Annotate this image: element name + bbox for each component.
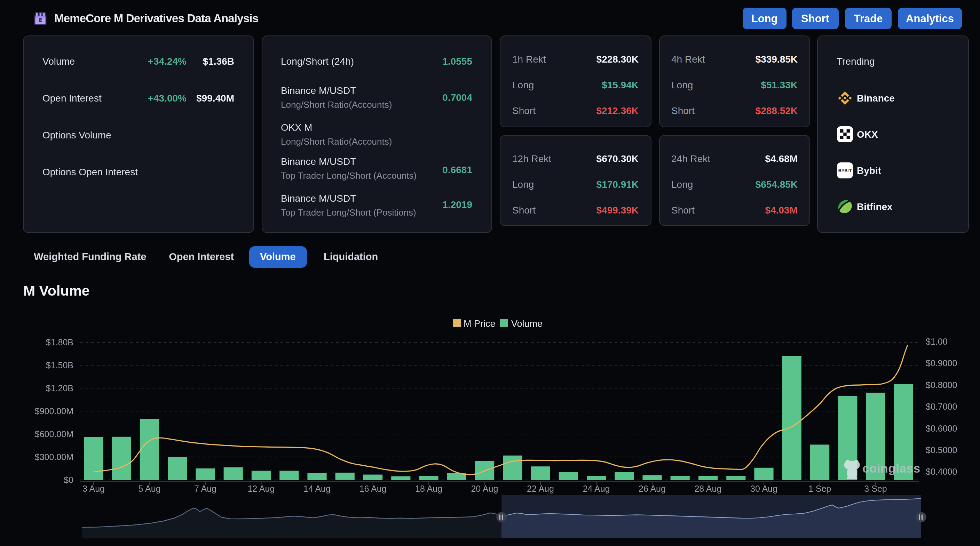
svg-text:24 Aug: 24 Aug — [583, 484, 610, 494]
svg-text:Volume: Volume — [511, 319, 542, 329]
svg-text:$0.9000: $0.9000 — [926, 358, 957, 368]
svg-text:$300.00M: $300.00M — [35, 452, 73, 462]
svg-text:26 Aug: 26 Aug — [639, 484, 666, 494]
svg-text:$1.20B: $1.20B — [46, 383, 73, 393]
svg-text:3 Sep: 3 Sep — [864, 484, 887, 494]
svg-text:30 Aug: 30 Aug — [750, 484, 778, 494]
svg-text:5 Aug: 5 Aug — [138, 484, 161, 494]
svg-text:$1.80B: $1.80B — [46, 337, 73, 347]
svg-text:$600.00M: $600.00M — [35, 429, 73, 439]
svg-text:$0.4000: $0.4000 — [926, 467, 957, 476]
svg-text:7 Aug: 7 Aug — [194, 484, 216, 494]
svg-text:16 Aug: 16 Aug — [360, 484, 387, 494]
svg-text:$900.00M: $900.00M — [35, 406, 73, 416]
svg-text:BYBIT: BYBIT — [838, 168, 852, 173]
svg-text:$0.5000: $0.5000 — [926, 445, 957, 455]
svg-text:14 Aug: 14 Aug — [304, 484, 331, 494]
svg-text:22 Aug: 22 Aug — [527, 484, 554, 494]
svg-text:$1.50B: $1.50B — [46, 360, 73, 370]
svg-text:$1.00: $1.00 — [926, 336, 948, 346]
svg-text:20 Aug: 20 Aug — [471, 484, 498, 494]
svg-text:$0.7000: $0.7000 — [926, 402, 957, 411]
svg-text:1 Sep: 1 Sep — [808, 484, 831, 494]
svg-text:12 Aug: 12 Aug — [247, 484, 275, 494]
svg-text:$0.8000: $0.8000 — [926, 380, 957, 390]
svg-text:18 Aug: 18 Aug — [415, 484, 442, 494]
svg-text:28 Aug: 28 Aug — [694, 484, 721, 494]
svg-text:coinglass: coinglass — [862, 462, 921, 475]
svg-text:3 Aug: 3 Aug — [83, 484, 105, 494]
svg-text:$0: $0 — [64, 475, 73, 485]
svg-text:M Price: M Price — [463, 319, 496, 329]
svg-text:$0.6000: $0.6000 — [926, 424, 957, 433]
